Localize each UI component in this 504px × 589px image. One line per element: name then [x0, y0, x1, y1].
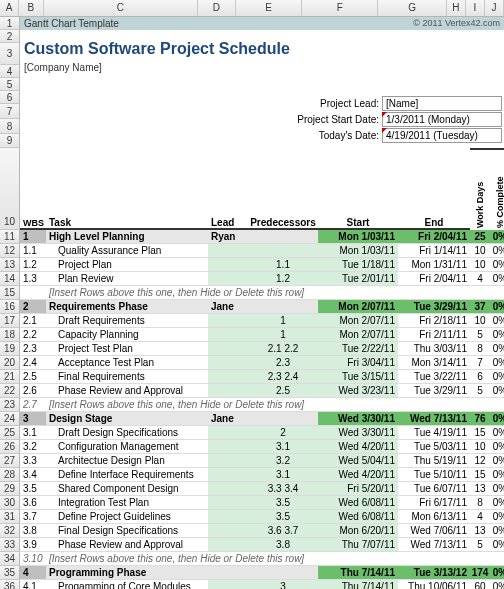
- wbs-cell[interactable]: 3.2: [20, 440, 46, 454]
- predecessors-cell[interactable]: 2.5: [248, 384, 318, 398]
- start-cell[interactable]: Wed 5/04/11: [318, 454, 398, 468]
- lead-cell[interactable]: [208, 524, 248, 538]
- end-cell[interactable]: Tue 5/10/11: [398, 468, 470, 482]
- workdays-cell[interactable]: 4: [470, 510, 490, 524]
- insert-hint-row[interactable]: [Insert Rows above this one, then Hide o…: [20, 286, 504, 300]
- percent-cell[interactable]: 0%: [490, 440, 504, 454]
- percent-cell[interactable]: 0%: [490, 426, 504, 440]
- col-end[interactable]: End: [398, 148, 470, 230]
- workdays-cell[interactable]: 10: [470, 440, 490, 454]
- row-header[interactable]: 14: [0, 272, 20, 286]
- column-header[interactable]: C: [44, 0, 198, 16]
- task-row[interactable]: 3.2Configuration Management3.1Wed 4/20/1…: [20, 440, 504, 454]
- project-lead-field[interactable]: [Name]: [382, 96, 502, 111]
- predecessors-cell[interactable]: 2.3: [248, 356, 318, 370]
- percent-cell[interactable]: 0%: [490, 384, 504, 398]
- column-header[interactable]: D: [198, 0, 236, 16]
- task-cell[interactable]: Final Requirements: [46, 370, 208, 384]
- end-cell[interactable]: Thu 10/06/11: [398, 580, 470, 589]
- predecessors-cell[interactable]: 3.1: [248, 468, 318, 482]
- wbs-cell[interactable]: 2.3: [20, 342, 46, 356]
- percent-cell[interactable]: 0%: [490, 370, 504, 384]
- task-row[interactable]: 2.2Capacity Planning1Mon 2/07/11Fri 2/11…: [20, 328, 504, 342]
- start-cell[interactable]: Thu 7/14/11: [318, 566, 398, 580]
- row-header[interactable]: 16: [0, 300, 20, 314]
- wbs-cell[interactable]: 4.1: [20, 580, 46, 589]
- task-cell[interactable]: Phase Review and Approval: [46, 384, 208, 398]
- task-cell[interactable]: [Insert Rows above this one, then Hide o…: [46, 286, 318, 300]
- row-header[interactable]: 28: [0, 468, 20, 482]
- percent-cell[interactable]: 0%: [490, 258, 504, 272]
- start-cell[interactable]: Mon 6/20/11: [318, 524, 398, 538]
- percent-cell[interactable]: [490, 552, 504, 566]
- workdays-cell[interactable]: 8: [470, 342, 490, 356]
- col-predecessors[interactable]: Predecessors: [248, 148, 318, 230]
- row-header[interactable]: 13: [0, 258, 20, 272]
- end-cell[interactable]: Wed 7/13/11: [398, 412, 470, 426]
- lead-cell[interactable]: [208, 342, 248, 356]
- task-cell[interactable]: Phase Review and Approval: [46, 538, 208, 552]
- column-header[interactable]: F: [302, 0, 378, 16]
- end-cell[interactable]: Tue 3/22/11: [398, 370, 470, 384]
- lead-cell[interactable]: [208, 566, 248, 580]
- end-cell[interactable]: Tue 4/19/11: [398, 426, 470, 440]
- end-cell[interactable]: Fri 2/04/11: [398, 272, 470, 286]
- wbs-cell[interactable]: 3.9: [20, 538, 46, 552]
- row-header[interactable]: 33: [0, 538, 20, 552]
- row-header[interactable]: 27: [0, 454, 20, 468]
- task-cell[interactable]: Draft Design Specifications: [46, 426, 208, 440]
- task-cell[interactable]: Progamming of Core Modules: [46, 580, 208, 589]
- end-cell[interactable]: Tue 3/29/11: [398, 384, 470, 398]
- workdays-cell[interactable]: 8: [470, 496, 490, 510]
- task-cell[interactable]: Final Design Specifications: [46, 524, 208, 538]
- task-cell[interactable]: Acceptance Test Plan: [46, 356, 208, 370]
- column-header[interactable]: I: [466, 0, 485, 16]
- row-header[interactable]: 35: [0, 566, 20, 580]
- percent-cell[interactable]: [490, 286, 504, 300]
- lead-cell[interactable]: [208, 328, 248, 342]
- row-header[interactable]: 23: [0, 398, 20, 412]
- predecessors-cell[interactable]: [248, 230, 318, 244]
- percent-cell[interactable]: 0%: [490, 468, 504, 482]
- row-header[interactable]: 10: [0, 148, 20, 230]
- row-header[interactable]: 26: [0, 440, 20, 454]
- task-cell[interactable]: Architectue Design Plan: [46, 454, 208, 468]
- start-cell[interactable]: Thu 7/07/11: [318, 538, 398, 552]
- row-header[interactable]: 22: [0, 384, 20, 398]
- percent-cell[interactable]: 0%: [490, 482, 504, 496]
- row-header[interactable]: 9: [0, 134, 20, 148]
- wbs-cell[interactable]: 2.6: [20, 384, 46, 398]
- lead-cell[interactable]: [208, 538, 248, 552]
- predecessors-cell[interactable]: 3.6 3.7: [248, 524, 318, 538]
- percent-cell[interactable]: 0%: [490, 244, 504, 258]
- column-headers[interactable]: ABCDEFGHIJ: [0, 0, 504, 17]
- predecessors-cell[interactable]: 2.1 2.2: [248, 342, 318, 356]
- workdays-cell[interactable]: [470, 398, 490, 412]
- wbs-cell[interactable]: 1.3: [20, 272, 46, 286]
- start-cell[interactable]: Wed 3/30/11: [318, 412, 398, 426]
- row-header[interactable]: 17: [0, 314, 20, 328]
- workdays-cell[interactable]: [470, 286, 490, 300]
- start-cell[interactable]: Mon 2/07/11: [318, 314, 398, 328]
- column-header[interactable]: A: [0, 0, 19, 16]
- predecessors-cell[interactable]: 1: [248, 314, 318, 328]
- row-header[interactable]: 34: [0, 552, 20, 566]
- predecessors-cell[interactable]: 3.2: [248, 454, 318, 468]
- phase-row[interactable]: 4Programming PhaseThu 7/14/11Tue 3/13/12…: [20, 566, 504, 580]
- workdays-cell[interactable]: 25: [470, 230, 490, 244]
- percent-cell[interactable]: 0%: [490, 300, 504, 314]
- predecessors-cell[interactable]: 3: [248, 580, 318, 589]
- workdays-cell[interactable]: 37: [470, 300, 490, 314]
- row-header[interactable]: 11: [0, 230, 20, 244]
- workdays-cell[interactable]: 5: [470, 384, 490, 398]
- column-header[interactable]: E: [236, 0, 303, 16]
- task-cell[interactable]: [Insert Rows above this one, then Hide o…: [46, 552, 318, 566]
- task-row[interactable]: 2.4Acceptance Test Plan2.3Fri 3/04/11Mon…: [20, 356, 504, 370]
- predecessors-cell[interactable]: 2: [248, 426, 318, 440]
- percent-cell[interactable]: 0%: [490, 538, 504, 552]
- lead-cell[interactable]: [208, 454, 248, 468]
- task-row[interactable]: 2.5Final Requirements2.3 2.4Tue 3/15/11T…: [20, 370, 504, 384]
- row-header[interactable]: 19: [0, 342, 20, 356]
- start-cell[interactable]: Wed 3/30/11: [318, 426, 398, 440]
- end-cell[interactable]: Fri 2/04/11: [398, 230, 470, 244]
